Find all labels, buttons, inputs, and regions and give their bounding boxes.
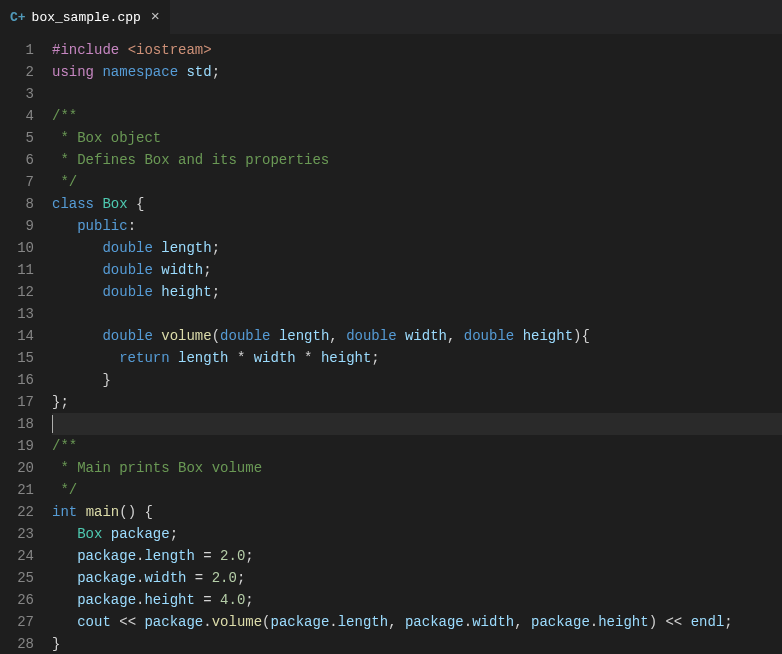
token: double: [102, 262, 152, 278]
line-number: 3: [0, 83, 34, 105]
code-line[interactable]: /**: [52, 105, 782, 127]
code-line[interactable]: using namespace std;: [52, 61, 782, 83]
token: [296, 350, 304, 366]
code-line[interactable]: /**: [52, 435, 782, 457]
code-line[interactable]: double length;: [52, 237, 782, 259]
code-line[interactable]: package.length = 2.0;: [52, 545, 782, 567]
token: [52, 526, 77, 542]
token: [153, 240, 161, 256]
line-number: 27: [0, 611, 34, 633]
code-line[interactable]: */: [52, 171, 782, 193]
code-line[interactable]: [52, 413, 782, 435]
editor: 1234567891011121314151617181920212223242…: [0, 35, 782, 654]
code-line[interactable]: return length * width * height;: [52, 347, 782, 369]
code-line[interactable]: package.height = 4.0;: [52, 589, 782, 611]
code-line[interactable]: double height;: [52, 281, 782, 303]
token: }: [52, 636, 60, 652]
token: Box: [77, 526, 102, 542]
token: #include: [52, 42, 119, 58]
token: package: [111, 526, 170, 542]
token: [245, 350, 253, 366]
line-number: 15: [0, 347, 34, 369]
token: ;: [170, 526, 178, 542]
token: height: [523, 328, 573, 344]
token: .: [464, 614, 472, 630]
cpp-file-icon: C+: [10, 10, 26, 25]
token: [228, 350, 236, 366]
token: <<: [665, 614, 682, 630]
token: public: [77, 218, 127, 234]
code-line[interactable]: * Box object: [52, 127, 782, 149]
code-line[interactable]: #include <iostream>: [52, 39, 782, 61]
token: 4.0: [220, 592, 245, 608]
line-number: 4: [0, 105, 34, 127]
token: width: [472, 614, 514, 630]
token: class: [52, 196, 94, 212]
line-number: 1: [0, 39, 34, 61]
token: package: [271, 614, 330, 630]
code-line[interactable]: }: [52, 369, 782, 391]
line-number: 25: [0, 567, 34, 589]
token: length: [338, 614, 388, 630]
token: [397, 328, 405, 344]
token: std: [186, 64, 211, 80]
token: };: [52, 394, 69, 410]
token: [52, 592, 77, 608]
code-line[interactable]: cout << package.volume(package.length, p…: [52, 611, 782, 633]
token: [170, 350, 178, 366]
code-line[interactable]: * Main prints Box volume: [52, 457, 782, 479]
token: double: [102, 240, 152, 256]
token: [111, 614, 119, 630]
line-number: 22: [0, 501, 34, 523]
token: =: [195, 548, 220, 564]
token: 2.0: [220, 548, 245, 564]
code-line[interactable]: package.width = 2.0;: [52, 567, 782, 589]
token: =: [186, 570, 211, 586]
token: /**: [52, 108, 77, 124]
token: [52, 328, 102, 344]
token: (: [262, 614, 270, 630]
close-icon[interactable]: ×: [151, 9, 160, 26]
token: ,: [447, 328, 464, 344]
tab-box-sample[interactable]: C+ box_sample.cpp ×: [0, 0, 171, 34]
token: length: [144, 548, 194, 564]
line-number: 26: [0, 589, 34, 611]
code-line[interactable]: double volume(double length, double widt…: [52, 325, 782, 347]
token: .: [329, 614, 337, 630]
token: height: [144, 592, 194, 608]
token: ,: [514, 614, 531, 630]
line-number: 7: [0, 171, 34, 193]
token: ,: [388, 614, 405, 630]
line-number: 24: [0, 545, 34, 567]
token: [271, 328, 279, 344]
line-number: 9: [0, 215, 34, 237]
line-number: 28: [0, 633, 34, 654]
token: ;: [212, 240, 220, 256]
token: package: [77, 570, 136, 586]
code-area[interactable]: #include <iostream>using namespace std;/…: [52, 35, 782, 654]
token: double: [220, 328, 270, 344]
code-line[interactable]: double width;: [52, 259, 782, 281]
token: =: [195, 592, 220, 608]
tab-bar: C+ box_sample.cpp ×: [0, 0, 782, 35]
token: width: [144, 570, 186, 586]
token: endl: [691, 614, 725, 630]
code-line[interactable]: }: [52, 633, 782, 654]
code-line[interactable]: int main() {: [52, 501, 782, 523]
token: volume: [161, 328, 211, 344]
token: () {: [119, 504, 153, 520]
code-line[interactable]: */: [52, 479, 782, 501]
token: namespace: [102, 64, 178, 80]
code-line[interactable]: [52, 303, 782, 325]
token: [514, 328, 522, 344]
code-line[interactable]: };: [52, 391, 782, 413]
token: return: [119, 350, 169, 366]
token: double: [464, 328, 514, 344]
code-line[interactable]: class Box {: [52, 193, 782, 215]
text-cursor: [52, 415, 53, 433]
code-line[interactable]: * Defines Box and its properties: [52, 149, 782, 171]
token: ;: [203, 262, 211, 278]
code-line[interactable]: Box package;: [52, 523, 782, 545]
code-line[interactable]: [52, 83, 782, 105]
code-line[interactable]: public:: [52, 215, 782, 237]
